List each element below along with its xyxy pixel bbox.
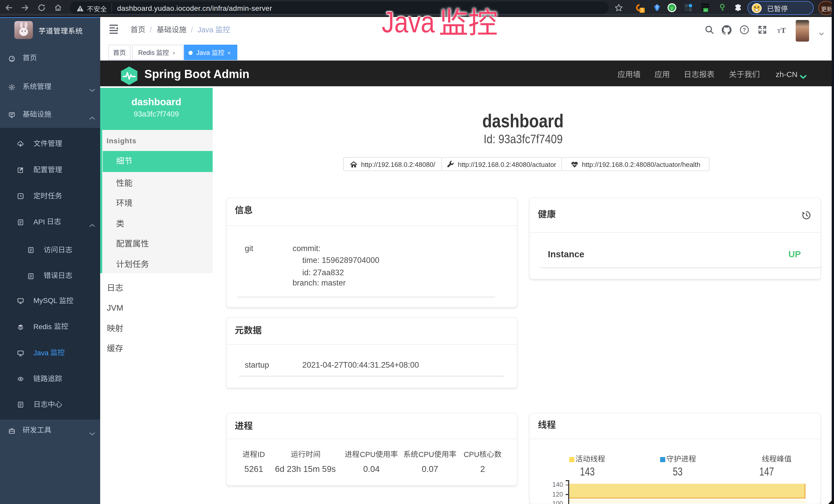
svg-text:on: on [704, 8, 707, 12]
svg-text:T: T [781, 26, 786, 35]
svg-text:?: ? [743, 27, 746, 32]
svg-text:T: T [777, 28, 781, 34]
svg-text:y: y [671, 5, 673, 10]
